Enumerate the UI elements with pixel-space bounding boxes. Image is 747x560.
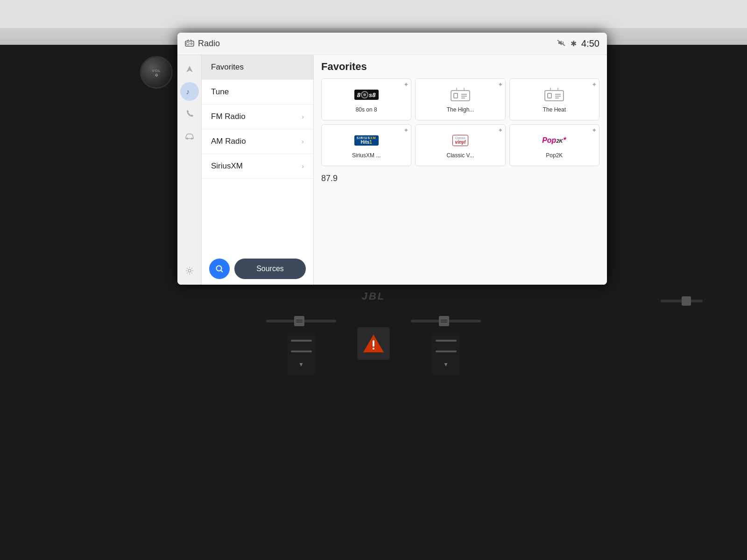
pop2k-icon: Pop2K★ — [543, 132, 566, 149]
sidebar: ♪ — [177, 55, 202, 285]
content-area: Favorites ✦ 8 s8 — [314, 55, 607, 285]
sources-button[interactable]: Sources — [234, 259, 306, 279]
sidebar-item-settings[interactable] — [180, 261, 199, 280]
svg-marker-7 — [186, 66, 193, 72]
right-scroll-down-arrow[interactable]: ▼ — [443, 361, 449, 368]
svg-line-13 — [221, 270, 223, 272]
left-scroll-down-arrow[interactable]: ▼ — [298, 361, 304, 368]
svg-point-12 — [217, 266, 222, 271]
classicvinyl-label: Classic V... — [447, 152, 474, 159]
fav-card-siriusxm[interactable]: ✦ SIRIUSXM Hits1 SiriusXM ... — [321, 124, 411, 166]
siriusxm-label: SiriusXM ... — [352, 152, 381, 159]
sidebar-item-car[interactable] — [180, 127, 199, 146]
fm-arrow-icon: › — [302, 113, 304, 120]
add-classicvinyl-icon[interactable]: ✦ — [498, 126, 503, 134]
heat-icon — [543, 86, 566, 104]
radio-icon — [185, 39, 194, 49]
menu-item-favorites[interactable]: Favorites — [202, 55, 313, 80]
80s8-icon: 8 s8 — [355, 86, 378, 104]
right-vent-control: ▼ — [404, 312, 488, 375]
siriusxm-icon: SIRIUSXM Hits1 — [355, 132, 378, 149]
sidebar-item-music[interactable]: ♪ — [180, 82, 199, 101]
volume-knob[interactable]: VOL ⏻ — [140, 56, 173, 89]
power-label: ⏻ — [155, 73, 158, 77]
high-label: The High... — [447, 106, 474, 113]
menu-siriusxm-label: SiriusXM — [211, 161, 243, 171]
right-side-control[interactable] — [654, 289, 710, 313]
pop2k-label: Pop2K — [546, 152, 563, 159]
menu-item-fm-radio[interactable]: FM Radio › — [202, 105, 313, 129]
left-vent-control: ▼ — [259, 312, 343, 375]
svg-rect-1 — [186, 42, 189, 45]
header-left: Radio — [185, 39, 220, 49]
search-button[interactable] — [209, 259, 230, 279]
fav-card-pop2k[interactable]: ✦ Pop2K★ Pop2K — [509, 124, 599, 166]
classicvinyl-icon: Classic vinyl — [449, 132, 472, 149]
siriusxm-arrow-icon: › — [302, 162, 304, 170]
scroll-line-3 — [436, 340, 457, 342]
right-scroll-vent[interactable]: ▼ — [432, 333, 460, 375]
screen-container: Radio ✱ 4:50 — [177, 33, 607, 285]
svg-rect-22 — [548, 93, 551, 98]
menu-item-am-radio[interactable]: AM Radio › — [202, 129, 313, 154]
menu-bottom: Sources — [202, 253, 313, 285]
scroll-line-1 — [291, 340, 312, 342]
add-siriusxm-icon[interactable]: ✦ — [403, 126, 409, 134]
favorites-grid: ✦ 8 s8 80s on 8 — [321, 78, 599, 166]
screen-body: ♪ — [177, 55, 607, 285]
svg-point-11 — [188, 269, 191, 272]
add-pop2k-icon[interactable]: ✦ — [592, 126, 597, 134]
scroll-line-4 — [436, 350, 457, 352]
menu-item-siriusxm[interactable]: SiriusXM › — [202, 154, 313, 179]
top-bar — [0, 0, 747, 28]
clock-display: 4:50 — [581, 38, 599, 49]
vol-label: VOL — [152, 69, 161, 73]
jbl-brand: JBL — [362, 290, 386, 302]
menu-tune-label: Tune — [211, 87, 229, 97]
car-surround: VOL ⏻ Radio — [0, 0, 747, 560]
add-heat-icon[interactable]: ✦ — [592, 81, 597, 88]
svg-point-10 — [191, 138, 193, 140]
menu-fm-label: FM Radio — [211, 112, 246, 121]
am-arrow-icon: › — [302, 138, 304, 145]
high-icon — [449, 86, 472, 104]
header-right: ✱ 4:50 — [557, 38, 599, 49]
80s8-label: 80s on 8 — [356, 106, 377, 113]
screen-header: Radio ✱ 4:50 — [177, 33, 607, 55]
header-title: Radio — [198, 39, 220, 49]
mute-icon — [557, 39, 566, 49]
menu-panel: Favorites Tune FM Radio › AM Radio › Sir — [202, 55, 314, 285]
left-scroll-vent[interactable]: ▼ — [287, 333, 315, 375]
hazard-button[interactable] — [357, 327, 390, 360]
sidebar-item-phone[interactable] — [180, 105, 199, 123]
heat-label: The Heat — [543, 106, 566, 113]
frequency-display: 87.9 — [321, 172, 599, 185]
fav-card-highvoltage[interactable]: ✦ — [415, 78, 505, 120]
menu-favorites-label: Favorites — [211, 63, 244, 72]
add-high-icon[interactable]: ✦ — [498, 81, 503, 88]
svg-point-9 — [186, 138, 188, 140]
bluetooth-icon: ✱ — [571, 39, 577, 48]
svg-rect-15 — [454, 93, 458, 98]
menu-item-tune[interactable]: Tune — [202, 80, 313, 105]
menu-am-label: AM Radio — [211, 137, 246, 146]
sidebar-item-navigation[interactable] — [180, 60, 199, 78]
fav-card-classicvinyl[interactable]: ✦ Classic vinyl Classic V... — [415, 124, 505, 166]
add-80s8-icon[interactable]: ✦ — [403, 81, 409, 88]
controls-row: ▼ — [187, 312, 560, 375]
content-title: Favorites — [321, 61, 599, 73]
fav-card-80s8[interactable]: ✦ 8 s8 80s on 8 — [321, 78, 411, 120]
fav-card-heat[interactable]: ✦ — [509, 78, 599, 120]
svg-point-3 — [191, 43, 191, 43]
hardware-section: JBL ▼ — [0, 285, 747, 560]
scroll-line-2 — [291, 350, 312, 352]
svg-text:♪: ♪ — [186, 88, 190, 96]
